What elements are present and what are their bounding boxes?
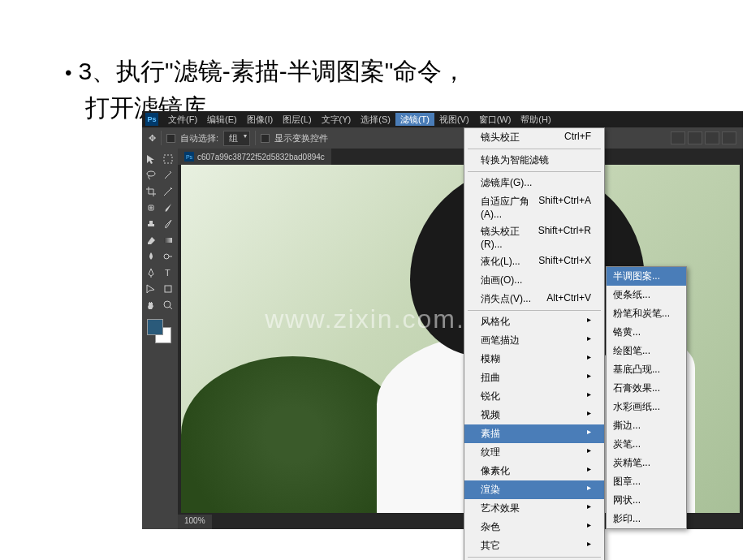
submenu-item[interactable]: 绘图笔... xyxy=(607,342,686,360)
menu-item-label: 镜头校正 xyxy=(481,131,520,144)
pen-tool[interactable] xyxy=(144,265,158,280)
submenu-item[interactable]: 撕边... xyxy=(607,416,686,435)
shape-tool[interactable] xyxy=(161,282,175,296)
filter-menu-item[interactable]: 液化(L)...Shift+Ctrl+X xyxy=(464,252,604,271)
move-tool[interactable] xyxy=(144,152,158,166)
transform-label: 显示变换控件 xyxy=(274,132,328,144)
submenu-item[interactable]: 石膏效果... xyxy=(607,379,686,398)
filter-menu-item[interactable]: 渲染 xyxy=(464,480,604,499)
filter-menu-item[interactable]: 镜头校正Ctrl+F xyxy=(464,128,604,147)
menu-滤镜(T)[interactable]: 滤镜(T) xyxy=(395,113,434,126)
zoom-level: 100% xyxy=(184,516,205,525)
filter-menu-item[interactable]: 自适应广角(A)...Shift+Ctrl+A xyxy=(464,192,604,222)
filter-menu-item[interactable]: 纹理 xyxy=(464,443,604,462)
menu-item-label: 液化(L)... xyxy=(481,255,520,269)
stamp-tool[interactable] xyxy=(144,217,158,231)
filter-menu-item[interactable]: 滤镜库(G)... xyxy=(464,174,604,192)
menu-item-label: 杂色 xyxy=(481,520,500,534)
submenu-item[interactable]: 铬黄... xyxy=(607,323,686,342)
filter-menu-item[interactable]: 艺术效果 xyxy=(464,499,604,518)
dodge-tool[interactable] xyxy=(161,249,175,264)
align-icon[interactable] xyxy=(671,131,685,144)
filter-menu-item[interactable]: 镜头校正(R)...Shift+Ctrl+R xyxy=(464,222,604,252)
svg-point-7 xyxy=(164,301,171,308)
history-brush-tool[interactable] xyxy=(161,217,175,231)
filter-menu-item[interactable]: 素描 xyxy=(464,424,604,443)
submenu-item[interactable]: 粉笔和炭笔... xyxy=(607,304,686,323)
menu-视图(V)[interactable]: 视图(V) xyxy=(434,113,474,126)
filter-menu-item[interactable]: 其它 xyxy=(464,536,604,555)
submenu-item[interactable]: 基底凸现... xyxy=(607,360,686,379)
svg-rect-3 xyxy=(164,238,172,243)
blur-tool[interactable] xyxy=(144,249,158,264)
filter-menu-item[interactable]: 消失点(V)...Alt+Ctrl+V xyxy=(464,290,604,308)
menu-item-label: 自适应广角(A)... xyxy=(481,195,538,220)
menu-item-label: 纹理 xyxy=(481,446,500,459)
ps-mini-icon: Ps xyxy=(184,152,194,162)
lasso-tool[interactable] xyxy=(144,168,158,183)
menu-item-label: 艺术效果 xyxy=(481,502,520,515)
menu-item-label: 风格化 xyxy=(481,315,510,329)
gradient-tool[interactable] xyxy=(161,233,175,248)
filter-menu-item[interactable]: 转换为智能滤镜 xyxy=(464,151,604,170)
eyedropper-tool[interactable] xyxy=(161,184,175,199)
menu-separator xyxy=(468,310,601,311)
submenu-item[interactable]: 影印... xyxy=(607,510,686,528)
submenu-item[interactable]: 半调图案... xyxy=(607,267,686,286)
brush-tool[interactable] xyxy=(161,200,175,215)
ps-logo-icon: Ps xyxy=(145,113,158,126)
submenu-item[interactable]: 便条纸... xyxy=(607,286,686,304)
menu-帮助(H)[interactable]: 帮助(H) xyxy=(516,113,555,126)
document-tab[interactable]: Ps c607a99c38722f52d5832bad0894c xyxy=(178,149,331,165)
filter-menu-item[interactable]: 像素化 xyxy=(464,462,604,480)
menu-item-label: 转换为智能滤镜 xyxy=(481,153,549,167)
menu-shortcut: Alt+Ctrl+V xyxy=(546,292,591,306)
move-tool-icon: ✥ xyxy=(149,133,156,144)
menu-item-label: 滤镜库(G)... xyxy=(481,176,532,190)
separator xyxy=(255,131,256,145)
zoom-tool[interactable] xyxy=(161,298,175,312)
submenu-item[interactable]: 炭精笔... xyxy=(607,454,686,472)
path-tool[interactable] xyxy=(144,282,158,296)
align-icon[interactable] xyxy=(722,131,736,144)
menu-图层(L)[interactable]: 图层(L) xyxy=(278,113,316,126)
filter-menu-item[interactable]: 模糊 xyxy=(464,350,604,368)
heal-tool[interactable] xyxy=(144,200,158,215)
align-icon[interactable] xyxy=(688,131,702,144)
color-swatches[interactable] xyxy=(147,319,171,343)
hand-tool[interactable] xyxy=(144,298,158,312)
filter-menu-item[interactable]: 风格化 xyxy=(464,312,604,331)
filter-menu-item[interactable]: 锐化 xyxy=(464,387,604,406)
instruction-line1: 3、执行"滤镜-素描-半调图案"命令， xyxy=(78,58,466,84)
filter-menu-item[interactable]: 杂色 xyxy=(464,518,604,536)
menu-文字(Y)[interactable]: 文字(Y) xyxy=(317,113,356,126)
filter-menu-item[interactable]: 油画(O)... xyxy=(464,271,604,290)
filter-menu-item[interactable]: 扭曲 xyxy=(464,368,604,387)
marquee-tool[interactable] xyxy=(161,152,175,166)
submenu-item[interactable]: 水彩画纸... xyxy=(607,398,686,416)
align-icon[interactable] xyxy=(705,131,719,144)
crop-tool[interactable] xyxy=(144,184,158,199)
menu-窗口(W)[interactable]: 窗口(W) xyxy=(474,113,516,126)
auto-select-checkbox[interactable] xyxy=(166,134,175,143)
submenu-item[interactable]: 图章... xyxy=(607,472,686,491)
menu-选择(S)[interactable]: 选择(S) xyxy=(356,113,395,126)
menu-item-label: 锐化 xyxy=(481,390,500,403)
filter-menu-item[interactable]: 视频 xyxy=(464,406,604,424)
menubar: Ps 文件(F)编辑(E)图像(I)图层(L)文字(Y)选择(S)滤镜(T)视图… xyxy=(142,111,743,127)
foreground-color[interactable] xyxy=(147,319,163,335)
eraser-tool[interactable] xyxy=(144,233,158,248)
type-tool[interactable]: T xyxy=(161,265,175,280)
svg-point-4 xyxy=(164,254,169,259)
menu-图像(I)[interactable]: 图像(I) xyxy=(242,113,278,126)
menu-文件(F)[interactable]: 文件(F) xyxy=(163,113,202,126)
submenu-item[interactable]: 网状... xyxy=(607,491,686,510)
group-dropdown[interactable]: 组 xyxy=(223,131,250,146)
menu-separator xyxy=(468,557,601,558)
menu-编辑(E)[interactable]: 编辑(E) xyxy=(202,113,242,126)
transform-checkbox[interactable] xyxy=(261,134,270,143)
wand-tool[interactable] xyxy=(161,168,175,183)
filter-menu-item[interactable]: 画笔描边 xyxy=(464,331,604,350)
menu-item-label: 消失点(V)... xyxy=(481,292,531,306)
submenu-item[interactable]: 炭笔... xyxy=(607,435,686,454)
